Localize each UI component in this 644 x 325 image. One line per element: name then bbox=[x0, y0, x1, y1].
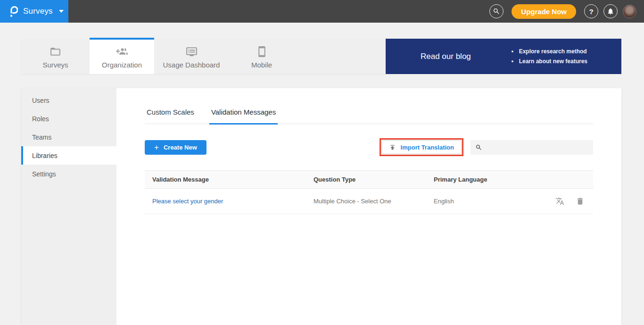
folder-icon bbox=[50, 46, 61, 58]
sidebar-item-roles[interactable]: Roles bbox=[21, 109, 116, 128]
blog-banner-bullets: Explore research method Learn about new … bbox=[512, 47, 587, 67]
upgrade-now-button[interactable]: Upgrade Now bbox=[512, 4, 576, 19]
row-actions bbox=[537, 189, 593, 214]
table-search bbox=[471, 140, 593, 155]
module-tabs: Surveys Organization Usage Dashboard Mob… bbox=[21, 39, 386, 74]
plus-icon: + bbox=[154, 143, 159, 151]
toolbar-right: Import Translation bbox=[380, 138, 593, 156]
primary-language-cell: English bbox=[426, 190, 537, 213]
group-add-icon bbox=[116, 46, 128, 58]
module-tab-mobile[interactable]: Mobile bbox=[229, 39, 295, 74]
upload-icon bbox=[389, 144, 396, 151]
annotation-highlight-box: Import Translation bbox=[380, 138, 463, 156]
sidebar-item-teams[interactable]: Teams bbox=[21, 128, 116, 146]
chevron-down-icon bbox=[59, 10, 64, 13]
import-translation-label: Import Translation bbox=[401, 144, 454, 151]
dashboard-screen-icon bbox=[186, 46, 198, 58]
module-tab-label: Surveys bbox=[42, 61, 68, 69]
smartphone-icon bbox=[256, 46, 268, 58]
table-header: Validation Message Question Type Primary… bbox=[145, 170, 593, 189]
product-switcher[interactable]: Surveys bbox=[0, 0, 68, 23]
tab-custom-scales[interactable]: Custom Scales bbox=[145, 108, 196, 125]
user-avatar[interactable] bbox=[623, 5, 636, 18]
module-tab-usage-dashboard[interactable]: Usage Dashboard bbox=[154, 39, 229, 74]
library-tabs: Custom Scales Validation Messages bbox=[145, 88, 593, 124]
question-type-cell: Multiple Choice - Select One bbox=[306, 190, 426, 213]
validation-message-link[interactable]: Please select your gender bbox=[145, 190, 306, 213]
app-title: Surveys bbox=[23, 7, 53, 16]
translate-icon[interactable] bbox=[555, 197, 564, 206]
create-new-button[interactable]: + Create New bbox=[145, 140, 206, 155]
module-tab-label: Mobile bbox=[251, 61, 272, 69]
sidebar-item-users[interactable]: Users bbox=[21, 91, 116, 109]
validation-messages-table: Validation Message Question Type Primary… bbox=[145, 170, 593, 214]
blog-bullet: Learn about new features bbox=[512, 57, 587, 67]
notifications-button[interactable] bbox=[603, 4, 618, 18]
questionpro-logo-icon bbox=[8, 5, 18, 18]
import-translation-button[interactable]: Import Translation bbox=[381, 140, 462, 154]
module-tab-organization[interactable]: Organization bbox=[90, 38, 154, 74]
table-row: Please select your gender Multiple Choic… bbox=[145, 189, 593, 214]
topbar-actions: Upgrade Now ? bbox=[489, 0, 636, 23]
blog-banner-title: Read our blog bbox=[421, 52, 471, 61]
libraries-content: Custom Scales Validation Messages + Crea… bbox=[116, 88, 621, 325]
module-tab-label: Usage Dashboard bbox=[163, 61, 220, 69]
main-card: Users Roles Teams Libraries Settings Cus… bbox=[21, 88, 621, 325]
search-input[interactable] bbox=[486, 140, 593, 155]
search-icon bbox=[493, 8, 500, 15]
sidebar-item-libraries[interactable]: Libraries bbox=[21, 146, 116, 165]
column-header-question-type: Question Type bbox=[306, 171, 426, 188]
column-header-primary-language: Primary Language bbox=[426, 171, 537, 188]
blog-bullet: Explore research method bbox=[512, 47, 587, 57]
module-tab-label: Organization bbox=[102, 61, 142, 69]
help-button[interactable]: ? bbox=[584, 4, 598, 18]
delete-icon[interactable] bbox=[576, 197, 585, 206]
settings-sidebar: Users Roles Teams Libraries Settings bbox=[21, 88, 116, 325]
create-new-label: Create New bbox=[164, 144, 197, 151]
column-header-actions bbox=[537, 175, 593, 185]
module-nav-row: Surveys Organization Usage Dashboard Mob… bbox=[21, 39, 621, 74]
blog-banner[interactable]: Read our blog Explore research method Le… bbox=[386, 39, 621, 74]
bell-icon bbox=[607, 8, 614, 15]
sidebar-item-settings[interactable]: Settings bbox=[21, 165, 116, 183]
search-icon bbox=[475, 144, 482, 151]
tab-validation-messages[interactable]: Validation Messages bbox=[209, 108, 278, 125]
module-tab-surveys[interactable]: Surveys bbox=[21, 39, 90, 74]
topbar: Surveys Upgrade Now ? bbox=[0, 0, 644, 23]
search-button[interactable] bbox=[489, 4, 504, 18]
toolbar: + Create New Import Translation bbox=[145, 138, 593, 156]
column-header-validation-message: Validation Message bbox=[145, 171, 306, 188]
